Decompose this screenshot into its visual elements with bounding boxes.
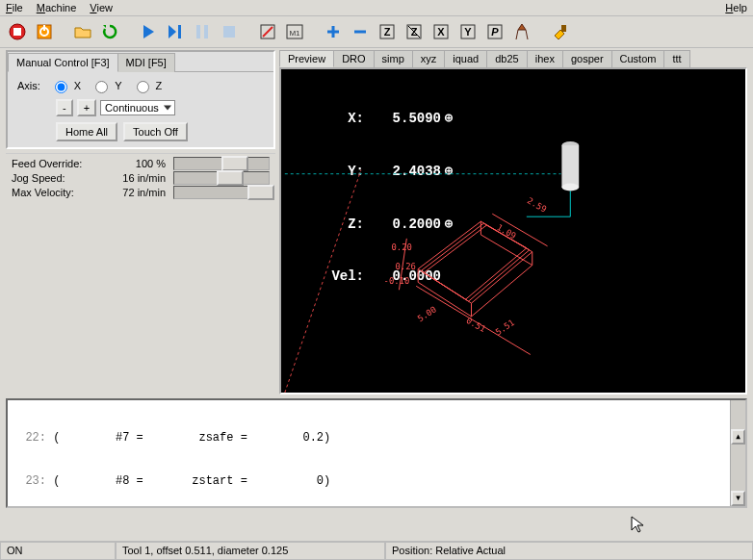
tab-manual-control[interactable]: Manual Control [F3] — [8, 53, 118, 72]
svg-text:-0.10: -0.10 — [384, 276, 410, 286]
svg-line-24 — [285, 170, 361, 393]
svg-rect-5 — [178, 25, 181, 38]
axis-x-radio[interactable]: X — [50, 78, 81, 93]
svg-text:0.26: 0.26 — [395, 262, 415, 271]
svg-text:0.51: 0.51 — [465, 316, 488, 334]
toolpath-render: 2.59 1.09 0.20 0.26 -0.10 5.00 0.51 5.51 — [281, 69, 745, 393]
feed-override-label: Feed Override: — [12, 158, 98, 169]
status-on: ON — [0, 542, 116, 560]
manual-control-panel: Manual Control [F3] MDI [F5] Axis: X Y Z… — [6, 50, 275, 149]
svg-text:X: X — [437, 26, 445, 38]
svg-text:1.09: 1.09 — [495, 222, 518, 241]
tab-simp[interactable]: simp — [374, 50, 413, 67]
toolbar: M1 Z Z X Y P — [0, 16, 753, 48]
svg-point-27 — [561, 184, 579, 191]
axis-y-radio[interactable]: Y — [91, 78, 121, 93]
axis-label: Axis: — [17, 80, 40, 91]
max-velocity-label: Max Velocity: — [12, 187, 98, 198]
jog-speed-label: Jog Speed: — [12, 172, 98, 184]
scroll-up-icon[interactable]: ▴ — [731, 429, 745, 445]
tab-dro[interactable]: DRO — [333, 50, 374, 67]
stop-button[interactable] — [218, 20, 241, 43]
gcode-listing[interactable]: 22: ( #7 = zsafe = 0.2) 23: ( #8 = zstar… — [6, 398, 747, 508]
preview-viewport[interactable]: X:5.5090⊕ Y:2.4038⊕ Z:0.2000⊕ Vel:0.0000 — [279, 67, 747, 395]
home-all-button[interactable]: Home All — [56, 122, 117, 141]
zoom-out-button[interactable] — [349, 20, 372, 43]
view-z-button[interactable]: Z — [376, 20, 399, 43]
pause-button[interactable] — [191, 20, 214, 43]
axis-z-radio[interactable]: Z — [132, 78, 163, 93]
m1-button[interactable]: M1 — [283, 20, 306, 43]
svg-line-39 — [416, 286, 531, 354]
view-z2-button[interactable]: Z — [402, 20, 426, 43]
svg-text:0.20: 0.20 — [392, 242, 412, 252]
feed-override-slider[interactable] — [173, 157, 270, 170]
svg-rect-1 — [13, 28, 21, 36]
block-skip-button[interactable] — [256, 20, 279, 43]
reload-button[interactable] — [98, 20, 121, 43]
jog-plus-button[interactable]: + — [77, 99, 96, 116]
step-button[interactable] — [164, 20, 187, 43]
preview-tabs: Preview DRO simp xyz iquad db25 ihex gos… — [279, 50, 747, 67]
tab-ttt[interactable]: ttt — [663, 50, 689, 67]
sliders-panel: Feed Override: 100 % Jog Speed: 16 in/mi… — [6, 153, 275, 202]
tab-xyz[interactable]: xyz — [412, 50, 446, 67]
tab-db25[interactable]: db25 — [486, 50, 527, 67]
statusbar: ON Tool 1, offset 0.511, diameter 0.125 … — [0, 541, 753, 560]
max-velocity-value: 72 in/min — [98, 187, 166, 198]
max-velocity-slider[interactable] — [173, 186, 270, 199]
run-button[interactable] — [137, 20, 160, 43]
zoom-in-button[interactable] — [322, 20, 345, 43]
svg-text:P: P — [491, 26, 499, 38]
jog-mode-select[interactable]: Continuous — [100, 100, 175, 115]
view-x-button[interactable]: X — [429, 20, 453, 43]
jog-speed-slider[interactable] — [173, 171, 270, 185]
menubar: File Machine View Help — [0, 0, 753, 16]
svg-rect-7 — [204, 25, 208, 38]
gcode-scrollbar[interactable]: ▴ ▾ — [730, 400, 745, 506]
feed-override-value: 100 % — [98, 158, 166, 169]
svg-text:5.00: 5.00 — [416, 304, 438, 323]
open-button[interactable] — [71, 20, 94, 43]
svg-text:Y: Y — [464, 26, 472, 38]
svg-text:M1: M1 — [289, 29, 300, 38]
power-button[interactable] — [33, 20, 56, 43]
estop-button[interactable] — [6, 20, 29, 43]
svg-rect-8 — [223, 26, 235, 38]
svg-rect-4 — [43, 25, 45, 31]
jog-minus-button[interactable]: - — [56, 99, 73, 116]
menu-view[interactable]: View — [90, 2, 113, 13]
status-position: Position: Relative Actual — [385, 542, 753, 560]
touch-off-button[interactable]: Touch Off — [123, 122, 188, 141]
menu-help[interactable]: Help — [725, 2, 747, 13]
svg-rect-6 — [196, 25, 200, 38]
jog-speed-value: 16 in/min — [98, 172, 166, 184]
tab-ihex[interactable]: ihex — [527, 50, 563, 67]
tab-gosper[interactable]: gosper — [562, 50, 612, 67]
status-tool: Tool 1, offset 0.511, diameter 0.125 — [116, 542, 385, 560]
tab-mdi[interactable]: MDI [F5] — [117, 53, 175, 72]
svg-rect-22 — [561, 25, 566, 32]
clear-plot-button[interactable] — [549, 20, 572, 43]
svg-text:2.59: 2.59 — [526, 195, 549, 214]
view-rotate-button[interactable] — [510, 20, 533, 43]
view-p-button[interactable]: P — [483, 20, 506, 43]
tab-iquad[interactable]: iquad — [444, 50, 487, 67]
tab-custom[interactable]: Custom — [611, 50, 665, 67]
scroll-down-icon[interactable]: ▾ — [731, 491, 745, 506]
menu-machine[interactable]: Machine — [37, 2, 77, 13]
view-y-button[interactable]: Y — [456, 20, 480, 43]
menu-file[interactable]: File — [6, 2, 23, 13]
tab-preview[interactable]: Preview — [279, 50, 334, 67]
mouse-cursor-icon — [630, 515, 649, 534]
svg-rect-26 — [561, 145, 579, 187]
svg-text:Z: Z — [384, 26, 391, 38]
